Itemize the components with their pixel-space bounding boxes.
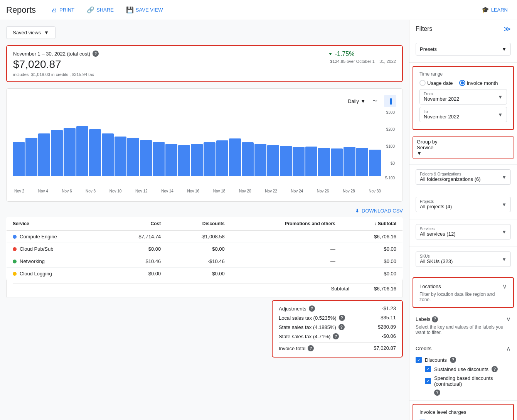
cost-cell: $0.00 — [106, 243, 167, 255]
labels-expand-icon[interactable]: ∨ — [506, 315, 511, 323]
locations-description: Filter by location data like region and … — [419, 292, 507, 302]
invoice-month-radio[interactable]: Invoice month — [459, 80, 498, 86]
download-icon: ⬇ — [355, 208, 359, 214]
bar — [115, 137, 126, 176]
to-dropdown[interactable]: To November 2022 ▼ — [419, 107, 507, 122]
promotions-cell: — — [231, 243, 342, 255]
x-axis: Nov 2 Nov 4 Nov 6 Nov 8 Nov 10 Nov 12 No… — [13, 187, 396, 193]
save-view-button[interactable]: 💾 SAVE VIEW — [123, 4, 166, 16]
spending-info-icon[interactable]: ? — [434, 390, 440, 396]
spending-discounts-checkbox: ✓ — [425, 378, 431, 384]
promotions-cell: — — [231, 231, 342, 243]
bar — [254, 144, 266, 176]
bar — [242, 142, 254, 176]
summary-change-detail: -$124.85 over October 1 – 31, 2022 — [329, 59, 396, 64]
spending-discounts-checkbox-item[interactable]: ✓ Spending based discounts (contractual) — [425, 374, 511, 388]
discounts-cell: -$1,008.58 — [167, 231, 231, 243]
table-row: Cloud Pub/Sub $0.00 $0.00 — $0.00 — [7, 243, 403, 255]
bar-chart-button[interactable]: ▐ — [384, 95, 396, 107]
from-dropdown[interactable]: From November 2022 ▼ — [419, 89, 507, 105]
tax-checkbox-item[interactable]: ✓ Tax — [419, 418, 507, 420]
sustained-discounts-checkbox-item[interactable]: ✓ Sustained use discounts ? — [425, 364, 511, 374]
time-range-title: Time range — [419, 71, 507, 77]
learn-button[interactable]: 🎓 LEARN — [478, 4, 511, 16]
invoice-charges-section: Invoice level charges ✓ Tax ✓ Adjustment… — [413, 404, 514, 420]
presets-dropdown[interactable]: Presets ▼ — [416, 43, 511, 56]
state-tax2-info-icon[interactable]: ? — [333, 333, 339, 339]
services-dropdown[interactable]: Services All services (12) ▼ — [416, 224, 511, 240]
line-chart-button[interactable]: 〜 — [369, 95, 381, 107]
bar — [191, 144, 203, 176]
bar — [369, 150, 381, 176]
bar — [280, 146, 292, 176]
sustained-discounts-checkbox: ✓ — [425, 366, 431, 372]
local-tax-row: Local sales tax (0.5235%) ? $35.11 — [279, 313, 396, 322]
service-dot — [13, 247, 17, 251]
summary-title: November 1 – 30, 2022 (total cost) ? — [13, 51, 99, 57]
col-promotions: Promotions and others — [231, 217, 342, 231]
summary-change: -1.75% — [329, 51, 396, 57]
bar — [51, 130, 63, 176]
folders-dropdown[interactable]: Folders & Organizations All folders/orga… — [416, 169, 511, 185]
share-icon: 🔗 — [87, 6, 94, 13]
service-dot — [13, 235, 17, 239]
print-icon: 🖨 — [51, 7, 57, 13]
skus-dropdown[interactable]: SKUs All SKUs (323) ▼ — [416, 251, 511, 267]
filters-collapse-button[interactable]: ≫ — [504, 25, 511, 33]
main-content: Saved views ▼ November 1 – 30, 2022 (tot… — [0, 20, 409, 420]
learn-icon: 🎓 — [482, 6, 489, 13]
locations-title: Locations — [419, 283, 441, 289]
bar — [165, 144, 177, 176]
local-tax-info-icon[interactable]: ? — [339, 315, 345, 321]
filters-header: Filters ≫ — [409, 20, 517, 38]
credits-collapse-icon[interactable]: ∧ — [506, 345, 511, 352]
labels-info-icon[interactable]: ? — [432, 316, 438, 322]
radio-dot — [461, 81, 464, 84]
service-cell: Compute Engine — [7, 231, 106, 243]
chevron-down-icon: ▼ — [417, 150, 422, 156]
bar — [13, 142, 25, 176]
locations-header: Locations ∨ — [419, 283, 507, 290]
bar — [76, 126, 88, 176]
sustained-info-icon[interactable]: ? — [492, 366, 498, 372]
bar — [127, 138, 139, 176]
discounts-checkbox-item[interactable]: ✓ Discounts ? — [416, 355, 511, 364]
subtotal-cell: $0.00 — [342, 243, 403, 255]
group-by-dropdown[interactable]: Group by Service ▼ — [413, 136, 514, 159]
state-tax1-info-icon[interactable]: ? — [338, 324, 345, 330]
chevron-down-icon: ▼ — [502, 202, 507, 207]
share-button[interactable]: 🔗 SHARE — [84, 4, 117, 16]
summary-info-icon[interactable]: ? — [93, 51, 99, 57]
chart-view-select[interactable]: Daily ▼ — [348, 98, 365, 104]
bar — [38, 133, 50, 176]
labels-section: Labels ? ∨ Select the key and values of … — [409, 311, 517, 340]
col-discounts: Discounts — [167, 217, 231, 231]
bar — [64, 128, 76, 176]
adjustments-info-icon[interactable]: ? — [309, 305, 315, 312]
subtotal-cell: $6,706.16 — [342, 231, 403, 243]
subtotal-row: Subtotal $6,706.16 — [6, 280, 403, 297]
discounts-info-icon[interactable]: ? — [450, 357, 456, 363]
bar — [344, 147, 355, 176]
service-cell: Networking — [7, 255, 106, 268]
chevron-down-icon: ▼ — [502, 229, 507, 235]
chart-controls: Daily ▼ 〜 ▐ — [13, 95, 396, 107]
projects-dropdown[interactable]: Projects All projects (4) ▼ — [416, 197, 511, 212]
saved-views-dropdown[interactable]: Saved views ▼ — [6, 26, 56, 39]
print-button[interactable]: 🖨 PRINT — [48, 4, 77, 16]
y-label-200: $200 — [386, 127, 395, 132]
usage-date-radio[interactable]: Usage date — [419, 80, 453, 86]
bar — [356, 148, 368, 176]
invoice-total-info-icon[interactable]: ? — [308, 345, 314, 351]
usage-date-radio-circle — [419, 80, 426, 86]
labels-title: Labels — [416, 316, 430, 322]
chevron-down-icon: ▼ — [44, 30, 49, 35]
y-label-neg100: $-100 — [385, 176, 395, 180]
service-cell: Cloud Logging — [7, 268, 106, 280]
credits-title: Credits — [416, 346, 431, 351]
discounts-cell: -$10.46 — [167, 255, 231, 268]
invoice-total-row: Invoice total ? $7,020.87 — [279, 342, 396, 354]
download-csv-button[interactable]: ⬇ DOWNLOAD CSV — [355, 208, 403, 214]
col-subtotal: ↓ Subtotal — [342, 217, 403, 231]
locations-expand-icon[interactable]: ∨ — [502, 283, 507, 290]
